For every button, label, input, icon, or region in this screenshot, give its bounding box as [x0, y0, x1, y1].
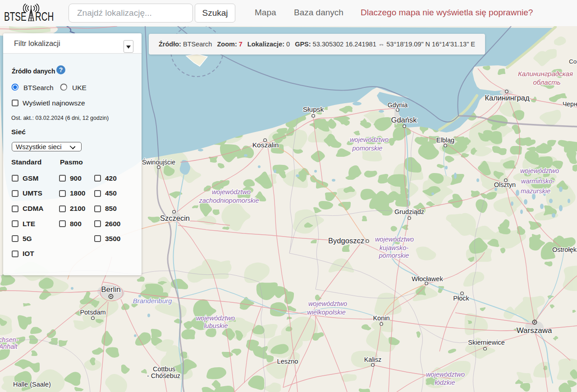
svg-text:województwo: województwo [426, 371, 465, 378]
svg-text:pomorskie: pomorskie [352, 145, 383, 152]
svg-text:województwo: województwo [196, 315, 235, 322]
svg-text:Potsdam: Potsdam [80, 309, 105, 316]
svg-text:Калининград: Калининград [485, 94, 529, 102]
svg-text:Leszno: Leszno [277, 358, 298, 365]
svg-text:Elbląg: Elbląg [436, 137, 454, 144]
svg-text:Черняховск: Черняховск [563, 100, 577, 108]
svg-text:województwo: województwo [212, 188, 251, 196]
svg-text:Olsztyn: Olsztyn [494, 181, 516, 188]
svg-text:Калининградская: Калининградская [518, 70, 573, 77]
svg-text:województwo: województwo [520, 167, 559, 174]
svg-text:Kalisz: Kalisz [364, 356, 382, 363]
svg-text:Sachsen-: Sachsen- [0, 336, 18, 343]
svg-text:mazurskie: mazurskie [521, 187, 550, 195]
svg-text:Skierniewice: Skierniewice [468, 339, 504, 346]
svg-text:Koszalin: Koszalin [252, 141, 279, 149]
svg-text:Słupsk: Słupsk [303, 105, 324, 113]
svg-text:łódzkie: łódzkie [435, 379, 455, 386]
svg-text:kujawsko-: kujawsko- [380, 244, 409, 251]
svg-text:Konin: Konin [373, 315, 389, 322]
svg-text:lubuskie: lubuskie [204, 322, 228, 329]
svg-text:warmińsko-: warmińsko- [521, 178, 554, 185]
svg-text:Anhalt: Anhalt [0, 343, 18, 350]
svg-text:Ostrołęka: Ostrołęka [552, 246, 577, 253]
svg-text:Gdańsk: Gdańsk [391, 116, 417, 124]
svg-text:województwo: województwo [375, 236, 414, 243]
svg-text:Włocławek: Włocławek [412, 275, 443, 283]
svg-text:область: область [533, 78, 560, 86]
svg-text:Grudziądz: Grudziądz [394, 208, 424, 215]
svg-text:pomorskie: pomorskie [379, 252, 409, 259]
svg-text:województwo: województwo [308, 300, 347, 307]
svg-text:Сов: Сов [569, 58, 577, 65]
svg-text:Szczecin: Szczecin [160, 214, 190, 222]
svg-text:zachodniopomorskie: zachodniopomorskie [199, 197, 259, 204]
svg-text:Świnoujście: Świnoujście [142, 158, 175, 166]
svg-text:?: ? [59, 66, 63, 73]
svg-text:Płock: Płock [453, 295, 469, 302]
svg-text:województwo: województwo [350, 136, 389, 143]
svg-text:Brandenburg: Brandenburg [133, 297, 172, 305]
svg-text:Berlin: Berlin [101, 285, 120, 294]
svg-text:wielkopolskie: wielkopolskie [307, 309, 345, 316]
svg-text:Halle (Saale): Halle (Saale) [13, 381, 51, 388]
svg-text:Warszawa: Warszawa [517, 326, 552, 335]
svg-text:- Chóśebuz: - Chóśebuz [147, 372, 180, 379]
svg-text:Gdynia: Gdynia [388, 101, 408, 109]
svg-text:Bydgoszcz: Bydgoszcz [328, 237, 364, 245]
svg-text:Cottbus: Cottbus [153, 365, 175, 373]
